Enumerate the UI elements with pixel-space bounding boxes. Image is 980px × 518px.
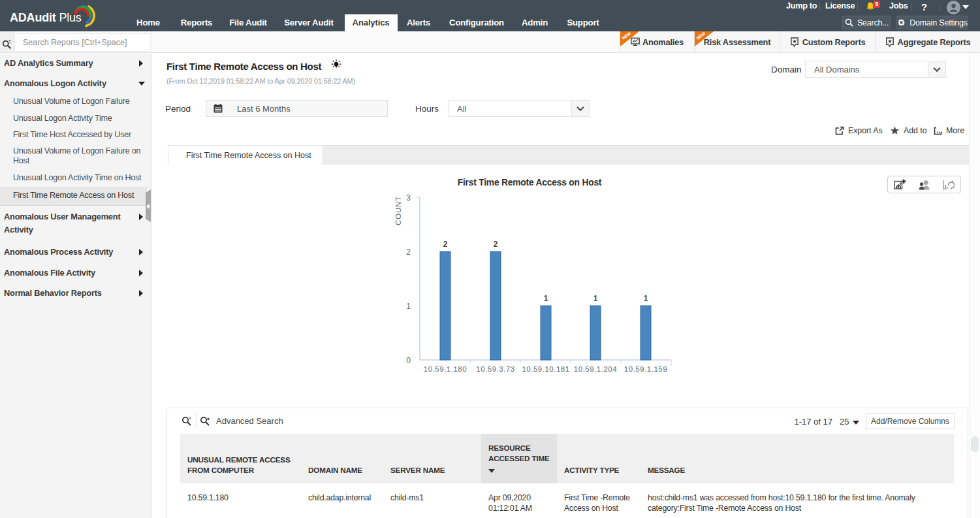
svg-text:COUNT: COUNT [394,196,402,225]
svg-text:10.59.1.204: 10.59.1.204 [574,365,617,373]
svg-text:1: 1 [406,302,411,311]
svg-text:1: 1 [544,294,548,303]
svg-text:0: 0 [406,356,411,365]
svg-text:2: 2 [494,240,498,249]
svg-text:1: 1 [593,294,598,303]
svg-text:2: 2 [406,248,411,257]
svg-text:3: 3 [406,193,411,202]
svg-text:1: 1 [644,294,648,303]
svg-text:10.59.1.180: 10.59.1.180 [424,365,467,373]
svg-text:2: 2 [443,240,448,249]
svg-text:10.59.3.73: 10.59.3.73 [476,365,514,373]
svg-text:10.59.1.159: 10.59.1.159 [624,365,667,373]
svg-text:10.59.10.181: 10.59.10.181 [522,365,569,373]
